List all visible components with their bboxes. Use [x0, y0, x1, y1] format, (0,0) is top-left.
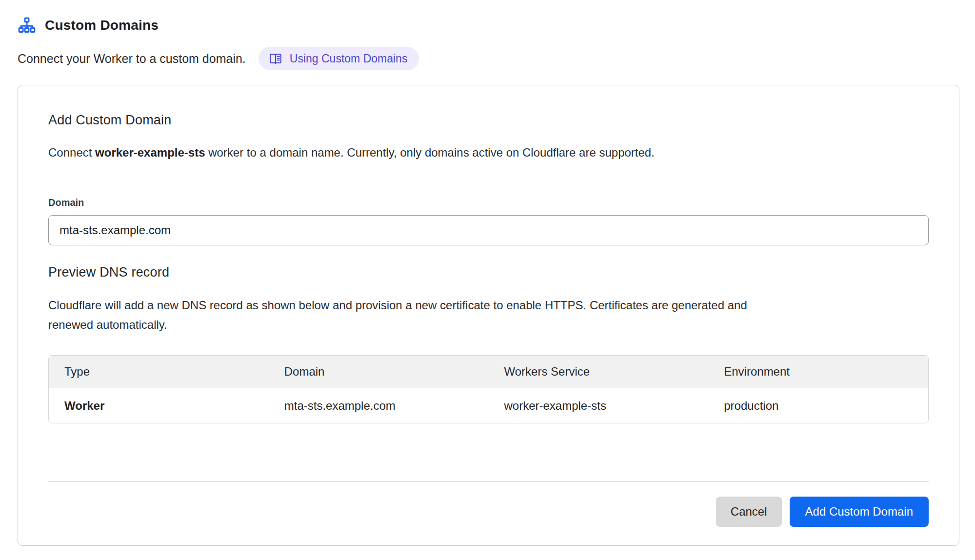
column-header-domain: Domain	[269, 365, 489, 379]
page-header: Custom Domains	[18, 15, 957, 36]
cell-type: Worker	[49, 399, 269, 413]
cancel-button[interactable]: Cancel	[716, 497, 782, 527]
column-header-workers-service: Workers Service	[489, 365, 709, 379]
domain-input[interactable]	[48, 215, 929, 245]
worker-name: worker-example-sts	[95, 146, 205, 159]
docs-link-label: Using Custom Domains	[290, 52, 408, 65]
custom-domains-page: Custom Domains Connect your Worker to a …	[0, 0, 975, 546]
column-header-environment: Environment	[708, 365, 928, 379]
open-book-icon	[268, 51, 283, 66]
column-header-type: Type	[49, 365, 269, 379]
panel-heading: Add Custom Domain	[48, 113, 929, 128]
dns-preview-table: Type Domain Workers Service Environment …	[48, 355, 929, 423]
cell-domain: mta-sts.example.com	[269, 399, 489, 413]
sitemap-icon	[18, 16, 36, 35]
add-custom-domain-panel: Add Custom Domain Connect worker-example…	[18, 85, 959, 546]
preview-dns-description: Cloudflare will add a new DNS record as …	[48, 296, 765, 335]
docs-link-badge[interactable]: Using Custom Domains	[259, 47, 419, 70]
cell-workers-service: worker-example-sts	[489, 399, 709, 413]
table-row: Worker mta-sts.example.com worker-exampl…	[49, 388, 928, 423]
panel-description: Connect worker-example-sts worker to a d…	[48, 144, 929, 161]
preview-dns-heading: Preview DNS record	[48, 265, 929, 280]
description-prefix: Connect	[48, 146, 95, 159]
footer-divider	[48, 481, 929, 482]
page-subtitle: Connect your Worker to a custom domain.	[18, 52, 246, 66]
table-header-row: Type Domain Workers Service Environment	[49, 356, 928, 388]
footer-actions: Cancel Add Custom Domain	[48, 497, 929, 527]
add-custom-domain-button[interactable]: Add Custom Domain	[790, 497, 929, 527]
cell-environment: production	[708, 399, 928, 413]
domain-field-label: Domain	[48, 197, 929, 208]
description-suffix: worker to a domain name. Currently, only…	[205, 146, 655, 159]
page-subtitle-row: Connect your Worker to a custom domain. …	[18, 47, 957, 70]
page-title: Custom Domains	[45, 18, 159, 33]
